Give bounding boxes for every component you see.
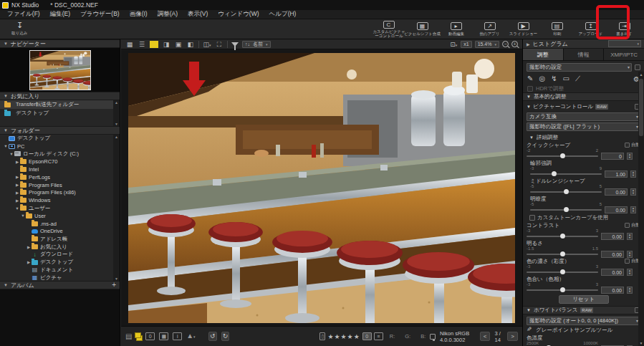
color-control-point-icon[interactable]: ◎ <box>539 75 545 83</box>
toolbar-custom-picture-control-button[interactable]: Cカスタムピクチャーコントロール <box>372 20 405 39</box>
tree-expand-icon[interactable]: ▶ <box>14 198 20 203</box>
histogram-overlay-icon[interactable]: ▲▾ <box>186 332 195 341</box>
tree-item[interactable]: ▦ピクチャ <box>0 274 120 281</box>
image-info-view-icon[interactable]: ◧ <box>186 41 195 48</box>
scroll-down-icon[interactable]: ▼ <box>638 341 644 345</box>
menu-item[interactable]: 表示(V) <box>183 9 212 19</box>
tree-item[interactable]: ▼PC <box>0 143 120 150</box>
navigator-header[interactable]: ▼ ナビゲーター <box>0 39 120 48</box>
slider-track[interactable] <box>527 155 598 157</box>
single-image-overlay-icon[interactable]: ▤ <box>125 332 132 341</box>
tree-item[interactable]: ▶デスクトップ <box>0 259 120 266</box>
xmp-badge-icon[interactable]: ≡ <box>374 332 383 340</box>
image-filmstrip-view-icon[interactable]: ◨ <box>162 41 170 48</box>
toolbar-other-app-button[interactable]: ↗他のアプリ <box>473 20 506 39</box>
tree-expand-icon[interactable]: ▼ <box>14 206 20 211</box>
tree-item[interactable]: ▼ユーザー <box>0 204 120 212</box>
slider-thumb[interactable] <box>560 153 565 158</box>
import-button[interactable]: ↧ 取り込み <box>3 19 37 39</box>
tree-item[interactable]: ▶PerfLogs <box>0 173 120 181</box>
slider-value-input[interactable]: 1.00 <box>605 170 628 178</box>
slider-value-input[interactable]: 0 <box>601 153 624 160</box>
tree-item[interactable]: ▤ドキュメント <box>0 266 120 274</box>
tree-item[interactable]: ▼User <box>0 212 120 220</box>
zoom-level-select[interactable]: 15.4% ▾ <box>475 41 499 48</box>
tree-item[interactable]: ▼ローカル ディスク (C:) <box>0 150 120 158</box>
slider-value-input[interactable]: 0.00 <box>605 188 628 196</box>
stepper-icon[interactable]: ▲▼ <box>630 170 636 178</box>
star-rating[interactable]: ★★★★★ <box>327 333 360 340</box>
tree-item[interactable]: .ms-ad <box>0 220 120 228</box>
stepper-icon[interactable]: ▲▼ <box>627 233 633 240</box>
tone-curve-icon[interactable]: ↯ <box>551 75 557 83</box>
grid-overlay-icon[interactable]: ▦ <box>159 332 168 340</box>
scrollbar-thumb[interactable] <box>639 79 643 136</box>
previous-image-button[interactable]: < <box>480 332 491 341</box>
slider-track[interactable] <box>530 173 602 175</box>
picture-control-header[interactable]: ▼ ピクチャーコントロール RAW <box>523 101 644 112</box>
favorites-item[interactable]: Transfer転送先フォルダー <box>0 100 120 109</box>
toolbar-print-button[interactable]: ▤印刷 <box>540 20 574 39</box>
tree-item[interactable]: ▶Program Files (x86) <box>0 189 120 197</box>
color-process-select[interactable]: カメラ互換 <box>527 112 640 121</box>
next-image-button[interactable]: > <box>507 332 518 341</box>
stepper-icon[interactable]: ▲▼ <box>630 188 636 196</box>
toolbar-video-edit-button[interactable]: ▸動画編集 <box>439 20 473 39</box>
info-overlay-icon[interactable]: i <box>173 332 182 340</box>
slider-thumb[interactable] <box>564 207 569 212</box>
tree-item[interactable]: Intel <box>0 165 120 173</box>
slider-track[interactable] <box>530 191 602 193</box>
right-panel-scrollbar[interactable]: ▲ ▼ <box>638 72 644 346</box>
tree-expand-icon[interactable]: ▼ <box>3 144 9 148</box>
basic-adjustments-header[interactable]: ▼ 基本的な調整 <box>523 92 644 101</box>
stepper-icon[interactable]: ▲▼ <box>627 251 633 258</box>
preset-checkbox[interactable] <box>635 64 640 70</box>
folders-header[interactable]: ▼ フォルダー <box>0 126 120 135</box>
tree-expand-icon[interactable]: ▶ <box>14 160 20 164</box>
fullscreen-icon[interactable]: ⛶ <box>215 41 224 48</box>
tree-item[interactable]: デスクトップ <box>0 135 120 143</box>
menu-item[interactable]: ファイル(F) <box>3 9 44 19</box>
tree-item[interactable]: ▶Program Files <box>0 181 120 189</box>
white-balance-header[interactable]: ▼ ホワイトバランス RAW <box>523 306 644 314</box>
favorites-item[interactable]: デスクトップ <box>0 109 120 117</box>
tree-item[interactable]: ▶Windows <box>0 196 120 204</box>
slider-thumb[interactable] <box>560 287 565 292</box>
slider-track[interactable] <box>527 254 598 255</box>
thumbnail-list-view-icon[interactable]: ☰ <box>138 41 146 48</box>
photo-diner-interior[interactable] <box>128 53 515 323</box>
redo-button[interactable]: ↻ <box>221 332 230 341</box>
slider-track[interactable] <box>527 289 598 291</box>
label-overlay-icon[interactable]: 0 <box>145 332 155 340</box>
slider-thumb[interactable] <box>560 234 565 239</box>
detail-adjust-header[interactable]: ▼ 詳細調整 <box>523 132 644 142</box>
stepper-icon[interactable]: ▲▼ <box>627 269 633 276</box>
fit-to-screen-icon[interactable]: ⊡▾ <box>449 41 458 48</box>
undo-button[interactable]: ↺ <box>208 332 217 341</box>
crop-icon[interactable]: ▭ <box>563 75 569 83</box>
image-view-icon[interactable]: ▮ <box>150 41 158 48</box>
tree-expand-icon[interactable]: ▶ <box>14 191 20 195</box>
tree-expand-icon[interactable]: ▶ <box>26 245 32 249</box>
show-edited-version-icon[interactable] <box>136 332 141 340</box>
adjustment-preset-select[interactable]: 撮影時の設定 <box>527 63 632 72</box>
stepper-icon[interactable]: ▲▼ <box>627 153 633 160</box>
toolbar-upload-button[interactable]: ↥アップロード <box>574 20 607 39</box>
stepper-icon[interactable]: ▲▼ <box>627 287 633 294</box>
picture-control-select[interactable]: 撮影時の設定 ([FL] フラット) <box>527 122 640 131</box>
scroll-up-icon[interactable]: ▲ <box>638 72 644 77</box>
tree-item[interactable]: ↓ダウンロード <box>0 251 120 259</box>
thumbnail-grid-view-icon[interactable]: ▦ <box>125 41 134 48</box>
menu-item[interactable]: ヘルプ(H) <box>265 9 301 19</box>
slider-thumb[interactable] <box>560 269 565 274</box>
zoom-1to1-button[interactable]: x1 <box>461 41 471 48</box>
tree-expand-icon[interactable]: ▼ <box>20 213 26 218</box>
tree-expand-icon[interactable]: ▶ <box>14 183 20 187</box>
menu-item[interactable]: 画像(I) <box>125 9 152 19</box>
folder-tree-scrollbar[interactable]: ▲▼ <box>113 135 120 281</box>
white-balance-select[interactable]: 撮影時の設定 (オート0, 0, 0 [4840K]) <box>527 317 640 325</box>
straighten-icon[interactable]: ⟋ <box>575 75 580 83</box>
tree-item[interactable]: ▶お気に入り <box>0 243 120 251</box>
tree-item[interactable]: ▶EpsonRC70 <box>0 158 120 165</box>
favorites-header[interactable]: ▼ お気に入り <box>0 92 120 100</box>
